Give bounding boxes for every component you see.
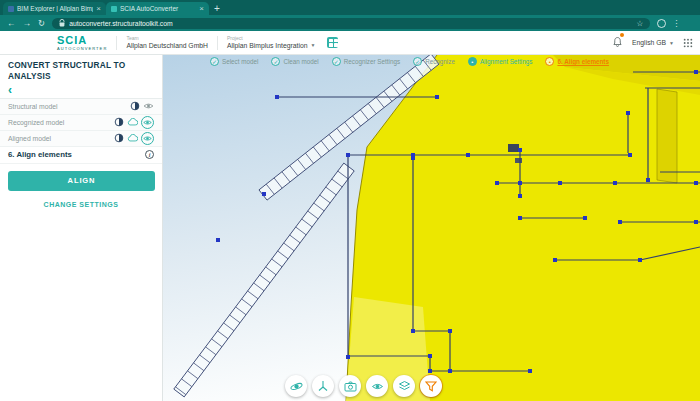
scia-favicon [111, 6, 117, 12]
contrast-icon[interactable] [113, 117, 124, 128]
notifications-bell-icon[interactable] [612, 34, 623, 52]
forward-icon[interactable]: → [23, 19, 32, 28]
close-tab-icon[interactable]: × [96, 6, 101, 12]
divider [217, 36, 218, 50]
contrast-icon[interactable] [113, 133, 124, 144]
language-value: English GB [632, 39, 666, 46]
sidebar: CONVERT STRUCTURAL TO ANALYSIS ‹ Structu… [0, 55, 163, 401]
cloud-sync-icon[interactable] [127, 117, 138, 128]
bimplus-favicon [8, 6, 14, 12]
browser-address-bar: ← → ↻ autoconverter.structuraltoolkit.co… [0, 15, 700, 31]
info-icon[interactable]: i [145, 150, 154, 159]
column-face [657, 89, 677, 183]
logo-title: SCIA [57, 35, 107, 46]
model-row-aligned: Aligned model [0, 131, 162, 147]
back-icon[interactable]: ← [7, 19, 16, 28]
current-step-icon: • [545, 57, 554, 66]
app-window: BIM Explorer | Allplan Bimplus I... × SC… [0, 0, 700, 401]
model-row-structural: Structural model [0, 99, 162, 115]
app-header: SCIA AUTOCONVERTER Team Allplan Deutschl… [0, 31, 700, 55]
bookmark-star-icon[interactable]: ☆ [636, 19, 643, 28]
chevron-down-icon: ▼ [310, 43, 315, 49]
step-clean-model[interactable]: ✓ Clean model [271, 57, 318, 66]
close-tab-icon[interactable]: × [199, 6, 204, 12]
tab-title: BIM Explorer | Allplan Bimplus I... [17, 5, 93, 12]
model-label: Recognized model [8, 119, 110, 126]
url-field[interactable]: autoconverter.structuraltoolkit.com ☆ [52, 18, 650, 29]
browser-menu-icon[interactable]: ⋮ [672, 19, 680, 28]
layers-button[interactable] [393, 375, 415, 397]
step-heading-row: 6. Align elements i [0, 147, 162, 164]
step-heading: 6. Align elements [8, 150, 72, 159]
axis-view-button[interactable] [312, 375, 334, 397]
workflow-steps-bar: ✓ Select model ✓ Clean model ✓ Recognize… [210, 57, 609, 66]
step-align-elements[interactable]: • 6. Align elements [545, 57, 609, 66]
language-selector[interactable]: English GB ▼ [632, 39, 674, 46]
eye-icon[interactable] [143, 101, 154, 112]
browser-tab-bim-explorer[interactable]: BIM Explorer | Allplan Bimplus I... × [3, 2, 106, 15]
visibility-eye-button[interactable] [366, 375, 388, 397]
back-chevron[interactable]: ‹ [0, 86, 162, 99]
chevron-down-icon: ▼ [669, 40, 674, 46]
refresh-icon[interactable]: ↻ [38, 19, 45, 28]
wall-opening [508, 144, 519, 152]
wall-opening-2 [515, 158, 522, 163]
profile-icon[interactable] [657, 19, 666, 28]
view-toolbar [285, 375, 442, 397]
notification-badge [620, 33, 624, 37]
filled-circle-icon: • [468, 57, 477, 66]
browser-tab-autoconverter[interactable]: SCIA AutoConverter × [106, 2, 209, 15]
viewport-canvas[interactable] [163, 55, 700, 401]
new-tab-button[interactable]: + [214, 4, 220, 14]
model-label: Structural model [8, 103, 126, 110]
check-circle-icon: ✓ [210, 57, 219, 66]
team-selector[interactable]: Team Allplan Deutschland GmbH [126, 36, 208, 49]
model-row-recognized: Recognized model [0, 115, 162, 131]
scia-logo: SCIA AUTOCONVERTER [57, 35, 107, 51]
contrast-icon[interactable] [129, 101, 140, 112]
check-circle-icon: ✓ [271, 57, 280, 66]
tab-title: SCIA AutoConverter [120, 5, 196, 12]
align-button[interactable]: ALIGN [8, 171, 155, 191]
step-recognizer-settings[interactable]: ✓ Recognizer Settings [332, 57, 400, 66]
header-actions: English GB ▼ [612, 34, 693, 52]
sidebar-title: CONVERT STRUCTURAL TO ANALYSIS [0, 55, 162, 86]
eye-toggle-icon[interactable] [141, 132, 154, 145]
bimplus-grid-icon[interactable] [327, 37, 338, 48]
eye-toggle-icon[interactable] [141, 116, 154, 129]
team-value: Allplan Deutschland GmbH [126, 42, 208, 49]
filter-button[interactable] [420, 375, 442, 397]
apps-grid-icon[interactable] [683, 38, 693, 48]
logo-subtitle: AUTOCONVERTER [57, 47, 107, 51]
step-select-model[interactable]: ✓ Select model [210, 57, 258, 66]
divider [116, 36, 117, 50]
url-text: autoconverter.structuraltoolkit.com [69, 20, 173, 27]
browser-actions: ⋮ [657, 19, 680, 28]
camera-button[interactable] [339, 375, 361, 397]
step-alignment-settings[interactable]: • Alignment Settings [468, 57, 533, 66]
lock-icon [59, 19, 65, 27]
project-value: Allplan Bimplus Integration [227, 42, 307, 49]
check-circle-icon: ✓ [413, 57, 422, 66]
check-circle-icon: ✓ [332, 57, 341, 66]
cloud-sync-icon[interactable] [127, 133, 138, 144]
step-recognize[interactable]: ✓ Recognize [413, 57, 455, 66]
orbit-view-button[interactable] [285, 375, 307, 397]
model-label: Aligned model [8, 135, 110, 142]
browser-tab-bar: BIM Explorer | Allplan Bimplus I... × SC… [0, 0, 700, 15]
project-selector[interactable]: Project Allplan Bimplus Integration ▼ [227, 36, 315, 49]
change-settings-link[interactable]: CHANGE SETTINGS [0, 201, 162, 208]
